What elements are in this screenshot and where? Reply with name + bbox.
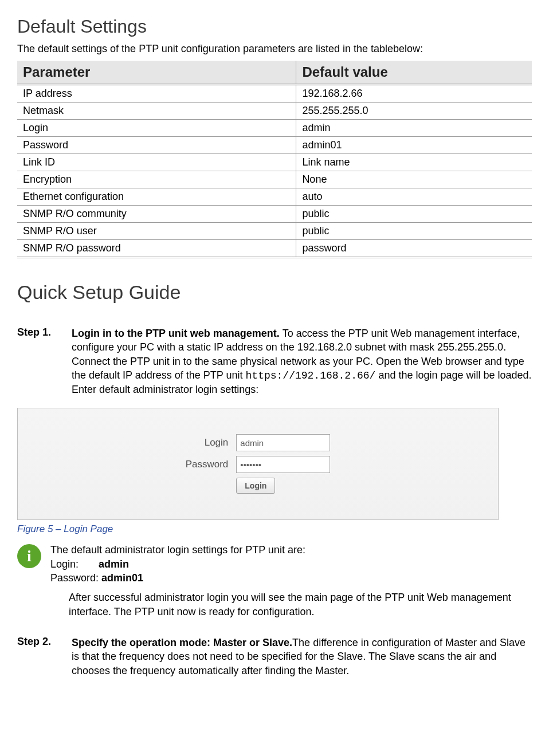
table-cell-value: admin [296,120,532,137]
table-cell-param: IP address [17,85,296,103]
table-row: SNMP R/O passwordpassword [17,240,532,258]
step-1-label: Step 1. [17,326,72,338]
table-cell-param: Netmask [17,103,296,120]
table-row: EncryptionNone [17,171,532,188]
table-row: Loginadmin [17,120,532,137]
table-cell-param: Login [17,120,296,137]
step-2: Step 2. Specify the operation mode: Mast… [17,636,532,678]
step-2-body: Specify the operation mode: Master or Sl… [72,636,532,678]
after-login-text: After successful administrator login you… [69,590,532,619]
quick-setup-guide-heading: Quick Setup Guide [17,281,532,304]
step-2-lead: Specify the operation mode: Master or Sl… [72,637,292,648]
table-row: Netmask255.255.255.0 [17,103,532,120]
table-cell-param: SNMP R/O user [17,223,296,240]
table-cell-param: Link ID [17,154,296,171]
table-cell-value: public [296,223,532,240]
login-form: Login Password Login [186,434,331,494]
login-label: Login [186,437,229,448]
table-cell-param: SNMP R/O community [17,206,296,223]
table-cell-value: auto [296,188,532,206]
step-1-lead: Login in to the PTP unit web management. [72,328,283,339]
default-settings-intro: The default settings of the PTP unit con… [17,43,532,55]
info-icon: i [17,544,41,568]
info-box: i The default administrator login settin… [17,543,532,585]
info-login-value: admin [99,558,129,570]
table-cell-value: 192.168.2.66 [296,85,532,103]
default-settings-heading: Default Settings [17,16,532,37]
info-password-label: Password: [50,572,99,584]
info-body: The default administrator login settings… [50,543,305,585]
table-cell-value: password [296,240,532,258]
table-cell-param: SNMP R/O password [17,240,296,258]
step-1-body: Login in to the PTP unit web management.… [72,326,532,396]
table-row: Ethernet configurationauto [17,188,532,206]
info-line1: The default administrator login settings… [50,543,305,557]
default-settings-table: Parameter Default value IP address192.16… [17,61,532,258]
table-cell-param: Ethernet configuration [17,188,296,206]
password-input[interactable] [236,456,330,473]
login-page-figure: Login Password Login [17,408,499,520]
login-input[interactable] [236,434,330,451]
step-1-url: https://192.168.2.66/ [246,370,376,381]
table-cell-value: public [296,206,532,223]
table-row: SNMP R/O userpublic [17,223,532,240]
login-button[interactable]: Login [236,478,275,494]
table-header-parameter: Parameter [17,61,296,85]
table-row: Link IDLink name [17,154,532,171]
table-row: IP address192.168.2.66 [17,85,532,103]
table-row: SNMP R/O communitypublic [17,206,532,223]
table-header-default-value: Default value [296,61,532,85]
table-cell-value: admin01 [296,137,532,154]
info-login-label: Login: [50,558,79,570]
table-cell-value: None [296,171,532,188]
table-cell-param: Encryption [17,171,296,188]
table-cell-value: Link name [296,154,532,171]
info-password-value: admin01 [101,572,143,584]
figure-caption: Figure 5 – Login Page [17,523,532,535]
password-label: Password [186,459,229,470]
table-cell-param: Password [17,137,296,154]
table-cell-value: 255.255.255.0 [296,103,532,120]
table-row: Passwordadmin01 [17,137,532,154]
step-1: Step 1. Login in to the PTP unit web man… [17,326,532,396]
step-2-label: Step 2. [17,636,72,648]
